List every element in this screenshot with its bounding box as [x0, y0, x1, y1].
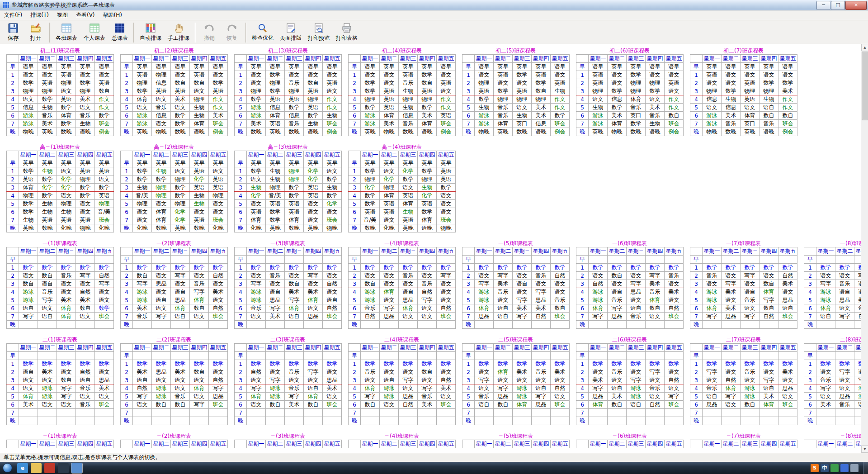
schedule-cell[interactable]: 例会	[551, 128, 570, 136]
schedule-cell[interactable]: 语文	[399, 280, 418, 288]
schedule-cell[interactable]: 数学	[475, 360, 494, 368]
schedule-cell[interactable]	[475, 321, 494, 329]
schedule-cell[interactable]: 英语	[361, 208, 380, 216]
schedule-cell[interactable]: 英语	[57, 95, 76, 104]
schedule-cell[interactable]: 化学	[304, 167, 323, 175]
schedule-cell[interactable]	[778, 256, 797, 264]
schedule-cell[interactable]	[323, 417, 342, 425]
schedule-cell[interactable]: 语自	[494, 304, 513, 313]
schedule-cell[interactable]: 写字	[589, 313, 608, 321]
schedule-cell[interactable]: 物晚	[703, 128, 722, 136]
schedule-cell[interactable]: 数学	[608, 104, 627, 112]
schedule-cell[interactable]: 物理	[57, 79, 76, 87]
schedule-cell[interactable]: 物理	[361, 175, 380, 184]
schedule-cell[interactable]: 英语	[285, 208, 304, 216]
schedule-cell[interactable]: 数学	[285, 264, 304, 272]
menu-item-help[interactable]: 帮助(H)	[99, 10, 126, 20]
schedule-cell[interactable]: 作文	[95, 104, 114, 112]
schedule-cell[interactable]: 数自	[418, 368, 437, 376]
schedule-cell[interactable]: 体育	[247, 393, 266, 401]
schedule-cell[interactable]: 数学	[532, 79, 551, 87]
schedule-cell[interactable]: 语文	[399, 384, 418, 393]
schedule-cell[interactable]: 作文	[551, 95, 570, 104]
schedule-cell[interactable]	[361, 409, 380, 417]
schedule-cell[interactable]: 体育	[741, 112, 760, 120]
schedule-cell[interactable]: 游泳	[627, 384, 646, 393]
schedule-cell[interactable]: 数晚	[57, 128, 76, 136]
schedule-cell[interactable]: 语文	[380, 272, 399, 280]
schedule-cell[interactable]: 英晚	[266, 224, 285, 232]
schedule-cell[interactable]: 数晚	[361, 224, 380, 232]
schedule-cell[interactable]: 语文	[266, 280, 285, 288]
schedule-cell[interactable]: 语文	[95, 175, 114, 184]
undo-button[interactable]: 撤销	[198, 21, 221, 43]
schedule-cell[interactable]: 数学	[95, 264, 114, 272]
schedule-cell[interactable]: 体育	[646, 296, 665, 304]
schedule-cell[interactable]: 语文	[133, 401, 152, 409]
schedule-cell[interactable]: 数学	[19, 200, 38, 208]
schedule-cell[interactable]: 自然	[323, 304, 342, 313]
schedule-cell[interactable]: 游泳	[627, 393, 646, 401]
schedule-cell[interactable]: 数学	[19, 208, 38, 216]
schedule-cell[interactable]: 写字	[418, 384, 437, 393]
schedule-cell[interactable]	[152, 321, 171, 329]
schedule-cell[interactable]: 语文	[741, 104, 760, 112]
schedule-cell[interactable]: 数自	[646, 304, 665, 313]
schedule-cell[interactable]: 数自	[152, 401, 171, 409]
schedule-cell[interactable]: 英语	[418, 200, 437, 208]
schedule-cell[interactable]: 语文	[835, 304, 854, 313]
schedule-cell[interactable]: 音乐	[646, 112, 665, 120]
schedule-cell[interactable]: 游泳	[475, 112, 494, 120]
schedule-cell[interactable]: 美术	[247, 120, 266, 128]
schedule-cell[interactable]: 思品	[494, 393, 513, 401]
schedule-cell[interactable]: 写字	[133, 393, 152, 401]
schedule-cell[interactable]	[513, 409, 532, 417]
schedule-cell[interactable]	[778, 417, 797, 425]
schedule-cell[interactable]: 语早	[266, 63, 285, 71]
schedule-cell[interactable]: 英早	[532, 63, 551, 71]
schedule-cell[interactable]: 体育	[760, 288, 778, 296]
schedule-cell[interactable]: 班会	[209, 401, 228, 409]
schedule-cell[interactable]: 英语	[380, 208, 399, 216]
schedule-cell[interactable]: 语文	[551, 288, 570, 296]
schedule-cell[interactable]	[361, 417, 380, 425]
schedule-cell[interactable]	[380, 417, 399, 425]
schedule-cell[interactable]: 物理	[19, 87, 38, 95]
schedule-cell[interactable]	[133, 417, 152, 425]
schedule-cell[interactable]: 游泳	[703, 296, 722, 304]
schedule-cell[interactable]: 游泳	[475, 296, 494, 304]
schedule-cell[interactable]: 语文	[171, 71, 190, 79]
schedule-cell[interactable]: 数自	[304, 401, 323, 409]
schedule-cell[interactable]: 语文	[437, 368, 456, 376]
schedule-cell[interactable]: 音乐	[494, 112, 513, 120]
schedule-cell[interactable]: 英语	[95, 192, 114, 200]
schedule-cell[interactable]: 音乐	[285, 368, 304, 376]
schedule-cell[interactable]: 语自	[380, 376, 399, 384]
schedule-cell[interactable]: 数学	[38, 175, 57, 184]
schedule-cell[interactable]: 班会	[209, 216, 228, 224]
schedule-cell[interactable]: 思品	[152, 368, 171, 376]
schedule-cell[interactable]: 游泳	[266, 384, 285, 393]
schedule-cell[interactable]: 数学	[741, 264, 760, 272]
schedule-cell[interactable]: 写字	[627, 376, 646, 384]
schedule-cell[interactable]: 音乐	[835, 401, 854, 409]
schedule-cell[interactable]: 数自	[760, 304, 778, 313]
close-button[interactable]: ×	[845, 1, 867, 10]
schedule-cell[interactable]: 作文	[665, 95, 684, 104]
schedule-cell[interactable]: 数学	[152, 360, 171, 368]
schedule-cell[interactable]: 写字	[532, 288, 551, 296]
schedule-cell[interactable]: 英晚	[38, 128, 57, 136]
schedule-cell[interactable]: 英语	[551, 79, 570, 87]
schedule-cell[interactable]: 数学	[209, 360, 228, 368]
schedule-cell[interactable]: 游泳	[133, 296, 152, 304]
schedule-cell[interactable]: 语文	[627, 272, 646, 280]
schedule-cell[interactable]	[304, 321, 323, 329]
menu-item-schedule[interactable]: 排课(T)	[26, 10, 53, 20]
schedule-cell[interactable]: 化晚	[133, 224, 152, 232]
schedule-cell[interactable]	[703, 321, 722, 329]
schedule-cell[interactable]: 数晚	[38, 224, 57, 232]
schedule-cell[interactable]: 语文	[95, 71, 114, 79]
schedule-cell[interactable]: 数自	[285, 280, 304, 288]
schedule-cell[interactable]: 自然	[76, 288, 95, 296]
schedule-cell[interactable]: 美术	[532, 304, 551, 313]
